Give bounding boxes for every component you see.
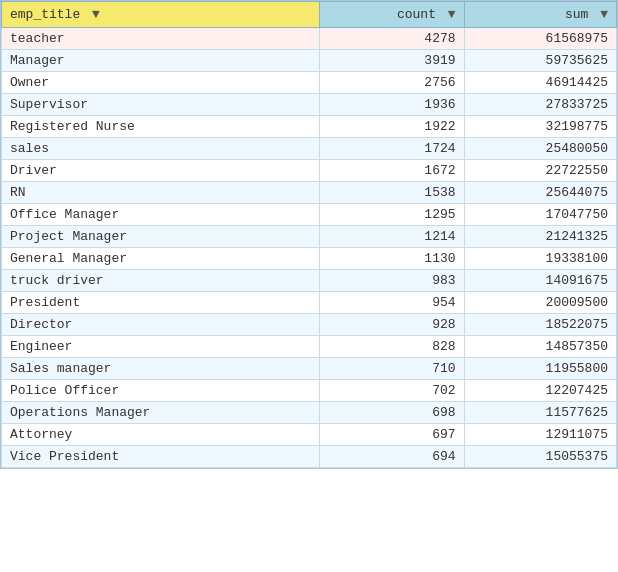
count-cell: 1922 bbox=[320, 116, 464, 138]
sum-cell: 22722550 bbox=[464, 160, 616, 182]
count-cell: 710 bbox=[320, 358, 464, 380]
data-table: emp_title ▼ count ▼ sum ▼ teacher4278615… bbox=[0, 0, 618, 469]
sum-cell: 14091675 bbox=[464, 270, 616, 292]
sum-cell: 12207425 bbox=[464, 380, 616, 402]
sum-cell: 61568975 bbox=[464, 28, 616, 50]
emp-title-cell: Director bbox=[2, 314, 320, 336]
table-row[interactable]: Supervisor193627833725 bbox=[2, 94, 617, 116]
sum-cell: 18522075 bbox=[464, 314, 616, 336]
count-cell: 2756 bbox=[320, 72, 464, 94]
sum-header[interactable]: sum ▼ bbox=[464, 2, 616, 28]
sort-arrow-sum: ▼ bbox=[600, 7, 608, 22]
table-row[interactable]: Sales manager71011955800 bbox=[2, 358, 617, 380]
count-cell: 1672 bbox=[320, 160, 464, 182]
count-cell: 1724 bbox=[320, 138, 464, 160]
emp-title-cell: Operations Manager bbox=[2, 402, 320, 424]
sum-cell: 15055375 bbox=[464, 446, 616, 468]
count-cell: 698 bbox=[320, 402, 464, 424]
count-cell: 3919 bbox=[320, 50, 464, 72]
sum-cell: 32198775 bbox=[464, 116, 616, 138]
table-row[interactable]: sales172425480050 bbox=[2, 138, 617, 160]
count-cell: 4278 bbox=[320, 28, 464, 50]
table-header-row: emp_title ▼ count ▼ sum ▼ bbox=[2, 2, 617, 28]
emp-title-cell: sales bbox=[2, 138, 320, 160]
table-row[interactable]: Attorney69712911075 bbox=[2, 424, 617, 446]
emp-title-cell: Project Manager bbox=[2, 226, 320, 248]
table-row[interactable]: truck driver98314091675 bbox=[2, 270, 617, 292]
emp-title-cell: Office Manager bbox=[2, 204, 320, 226]
table-row[interactable]: Project Manager121421241325 bbox=[2, 226, 617, 248]
sum-cell: 59735625 bbox=[464, 50, 616, 72]
table-row[interactable]: Owner275646914425 bbox=[2, 72, 617, 94]
count-cell: 983 bbox=[320, 270, 464, 292]
emp-title-cell: Driver bbox=[2, 160, 320, 182]
emp-title-cell: teacher bbox=[2, 28, 320, 50]
table-row[interactable]: Police Officer70212207425 bbox=[2, 380, 617, 402]
emp-title-header[interactable]: emp_title ▼ bbox=[2, 2, 320, 28]
count-cell: 928 bbox=[320, 314, 464, 336]
emp-title-cell: President bbox=[2, 292, 320, 314]
count-cell: 702 bbox=[320, 380, 464, 402]
sum-cell: 14857350 bbox=[464, 336, 616, 358]
table-row[interactable]: Operations Manager69811577625 bbox=[2, 402, 617, 424]
sort-arrow-count: ▼ bbox=[448, 7, 456, 22]
count-cell: 1130 bbox=[320, 248, 464, 270]
table-row[interactable]: Director92818522075 bbox=[2, 314, 617, 336]
sum-cell: 17047750 bbox=[464, 204, 616, 226]
count-cell: 694 bbox=[320, 446, 464, 468]
emp-title-cell: General Manager bbox=[2, 248, 320, 270]
emp-title-cell: Registered Nurse bbox=[2, 116, 320, 138]
count-cell: 1214 bbox=[320, 226, 464, 248]
table-row[interactable]: Engineer82814857350 bbox=[2, 336, 617, 358]
sum-cell: 20009500 bbox=[464, 292, 616, 314]
emp-title-cell: Owner bbox=[2, 72, 320, 94]
count-header[interactable]: count ▼ bbox=[320, 2, 464, 28]
count-cell: 954 bbox=[320, 292, 464, 314]
count-cell: 1936 bbox=[320, 94, 464, 116]
table-row[interactable]: Office Manager129517047750 bbox=[2, 204, 617, 226]
emp-title-cell: Engineer bbox=[2, 336, 320, 358]
sum-cell: 11577625 bbox=[464, 402, 616, 424]
table-row[interactable]: Manager391959735625 bbox=[2, 50, 617, 72]
sum-cell: 46914425 bbox=[464, 72, 616, 94]
table-row[interactable]: Registered Nurse192232198775 bbox=[2, 116, 617, 138]
count-cell: 697 bbox=[320, 424, 464, 446]
emp-title-cell: Vice President bbox=[2, 446, 320, 468]
sum-cell: 12911075 bbox=[464, 424, 616, 446]
table-row[interactable]: RN153825644075 bbox=[2, 182, 617, 204]
sum-cell: 19338100 bbox=[464, 248, 616, 270]
sum-cell: 25480050 bbox=[464, 138, 616, 160]
emp-title-cell: Supervisor bbox=[2, 94, 320, 116]
emp-title-cell: RN bbox=[2, 182, 320, 204]
count-cell: 1295 bbox=[320, 204, 464, 226]
sum-cell: 21241325 bbox=[464, 226, 616, 248]
sort-arrow-emp: ▼ bbox=[92, 7, 100, 22]
sum-cell: 27833725 bbox=[464, 94, 616, 116]
table-row[interactable]: Driver167222722550 bbox=[2, 160, 617, 182]
count-cell: 1538 bbox=[320, 182, 464, 204]
emp-title-cell: Manager bbox=[2, 50, 320, 72]
emp-title-cell: Police Officer bbox=[2, 380, 320, 402]
table-row[interactable]: teacher427861568975 bbox=[2, 28, 617, 50]
emp-title-cell: Attorney bbox=[2, 424, 320, 446]
emp-title-cell: Sales manager bbox=[2, 358, 320, 380]
table-row[interactable]: Vice President69415055375 bbox=[2, 446, 617, 468]
sum-cell: 11955800 bbox=[464, 358, 616, 380]
table-row[interactable]: President95420009500 bbox=[2, 292, 617, 314]
sum-cell: 25644075 bbox=[464, 182, 616, 204]
count-cell: 828 bbox=[320, 336, 464, 358]
table-row[interactable]: General Manager113019338100 bbox=[2, 248, 617, 270]
emp-title-cell: truck driver bbox=[2, 270, 320, 292]
